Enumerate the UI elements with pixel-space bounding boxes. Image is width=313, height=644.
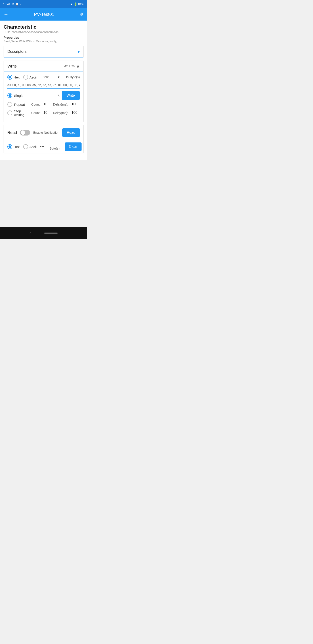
- write-card: Write MTU: 20 ∧ Hex Ascii: [3, 60, 83, 122]
- repeat-count-group: Count: 10: [31, 102, 49, 107]
- read-label: Read: [7, 130, 17, 135]
- hex-radio[interactable]: [7, 75, 12, 80]
- split-group: Split: , ▼: [42, 75, 60, 80]
- split-value[interactable]: ,: [50, 75, 56, 80]
- write-collapse-icon[interactable]: ∧: [76, 64, 80, 69]
- ascii-radio[interactable]: [23, 75, 28, 80]
- ascii-label: Ascii: [29, 75, 37, 79]
- descriptors-label: Descriptors: [7, 50, 26, 54]
- nav-home-pill[interactable]: [44, 232, 58, 234]
- write-format-row: Hex Ascii Split: , ▼ 15 Byte(s): [7, 75, 80, 80]
- read-hex-radio-inner: [8, 145, 11, 148]
- read-bytes-label: 0 Byte(s): [50, 143, 59, 150]
- more-options-icon[interactable]: •••: [40, 144, 44, 149]
- nav-bar: ‹: [0, 227, 87, 239]
- read-hex-radio-item[interactable]: Hex: [7, 144, 20, 149]
- app-bar: ← PV-Test01 ✵: [0, 8, 87, 20]
- status-bar: 10:41 ⏱ 📋 • ▲ 🔋 81%: [0, 0, 87, 8]
- notification-icon: 📋: [16, 3, 19, 6]
- status-right: ▲ 🔋 81%: [70, 2, 84, 6]
- read-card: Read Enable Notification Read Hex Ascii …: [3, 125, 83, 154]
- single-mode-row: Single ∧ Write: [7, 91, 80, 100]
- stop-waiting-mode-row: Stop waiting Count: 10 Delay(ms): 100: [7, 109, 80, 117]
- hex-label: Hex: [14, 75, 20, 79]
- stop-count-value[interactable]: 10: [41, 111, 49, 116]
- hex-radio-inner: [8, 76, 11, 78]
- read-format-row: Hex Ascii ••• 0 Byte(s) Clear: [4, 140, 83, 153]
- single-radio[interactable]: [7, 93, 12, 98]
- split-label: Split:: [42, 75, 49, 79]
- ascii-radio-item[interactable]: Ascii: [23, 75, 37, 80]
- descriptors-row[interactable]: Descriptors ▾: [3, 46, 83, 58]
- read-ascii-radio-item[interactable]: Ascii: [23, 144, 37, 149]
- stop-count-group: Count: 10: [31, 111, 49, 116]
- app-title: PV-Test01: [34, 12, 54, 17]
- hex-input[interactable]: [7, 82, 80, 88]
- nav-back-icon[interactable]: ‹: [29, 231, 31, 236]
- single-radio-inner: [8, 94, 11, 97]
- status-left: 10:41 ⏱ 📋 •: [3, 2, 21, 6]
- read-ascii-radio[interactable]: [23, 144, 28, 149]
- read-ascii-label: Ascii: [29, 145, 37, 149]
- repeat-mode-row: Repeat Count: 10 Delay(ms): 100: [7, 102, 80, 107]
- battery-icon: 🔋: [74, 2, 77, 6]
- wifi-icon: ▲: [70, 2, 73, 6]
- read-header: Read Enable Notification Read: [4, 125, 83, 140]
- hex-radio-item[interactable]: Hex: [7, 75, 20, 80]
- time-display: 10:41: [3, 2, 10, 6]
- repeat-delay-label: Delay(ms):: [53, 103, 68, 106]
- clock-icon: ⏱: [12, 3, 14, 5]
- properties-title: Properties: [3, 36, 83, 39]
- stop-count-label: Count:: [31, 111, 40, 115]
- write-button[interactable]: Write: [62, 91, 80, 100]
- write-bytes-label: 15 Byte(s): [65, 75, 80, 79]
- write-body: Hex Ascii Split: , ▼ 15 Byte(s): [4, 72, 83, 122]
- dot-icon: •: [20, 3, 21, 5]
- repeat-label: Repeat: [14, 103, 29, 106]
- enable-notif-label: Enable Notification: [33, 131, 59, 134]
- bluetooth-icon[interactable]: ✵: [80, 12, 83, 17]
- enable-notification-toggle[interactable]: [20, 130, 30, 136]
- single-label: Single: [14, 94, 55, 98]
- repeat-radio[interactable]: [7, 102, 12, 107]
- battery-percent: 81%: [78, 2, 84, 6]
- characteristic-title: Characteristic: [3, 24, 83, 30]
- stop-waiting-radio[interactable]: [7, 110, 12, 116]
- split-dropdown-icon[interactable]: ▼: [57, 75, 60, 79]
- stop-waiting-label: Stop waiting: [14, 109, 29, 117]
- write-header: Write MTU: 20 ∧: [4, 61, 83, 72]
- repeat-count-value[interactable]: 10: [41, 102, 49, 107]
- mtu-area: MTU: 20 ∧: [63, 64, 80, 69]
- repeat-delay-group: Delay(ms): 100: [53, 102, 80, 107]
- repeat-count-label: Count:: [31, 103, 40, 106]
- chevron-down-icon: ▾: [77, 49, 80, 54]
- clear-button[interactable]: Clear: [65, 142, 81, 151]
- read-hex-label: Hex: [14, 145, 20, 149]
- uuid-text: UUID: 0000fff1-0000-1000-8000-00805f9b34…: [3, 31, 83, 34]
- properties-value: Read, Write, Write Without Response, Not…: [3, 40, 83, 43]
- toggle-thumb: [20, 130, 25, 135]
- back-button[interactable]: ←: [3, 12, 8, 17]
- content-area: Characteristic UUID: 0000fff1-0000-1000-…: [0, 20, 87, 160]
- mtu-text: MTU: 20: [63, 64, 75, 68]
- characteristic-section: Characteristic UUID: 0000fff1-0000-1000-…: [3, 24, 83, 43]
- repeat-delay-value[interactable]: 100: [69, 102, 80, 107]
- stop-delay-label: Delay(ms):: [53, 111, 68, 115]
- write-label: Write: [7, 64, 17, 69]
- empty-area: [0, 160, 87, 227]
- read-hex-radio[interactable]: [7, 144, 12, 149]
- single-chevron-icon[interactable]: ∧: [57, 94, 60, 98]
- read-button[interactable]: Read: [62, 128, 80, 137]
- stop-delay-group: Delay(ms): 100: [53, 111, 80, 116]
- stop-delay-value[interactable]: 100: [69, 111, 80, 116]
